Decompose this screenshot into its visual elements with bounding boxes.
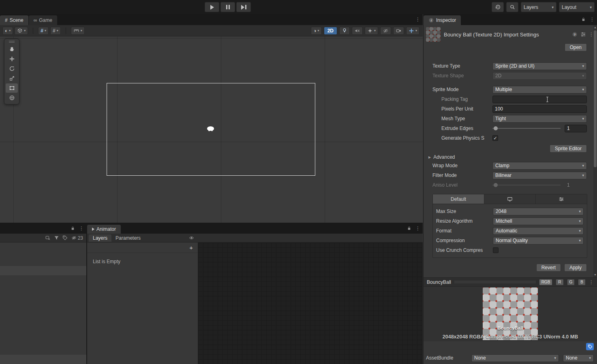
resize-algorithm-dropdown[interactable]: Mitchell ▾: [493, 217, 584, 225]
open-button[interactable]: Open: [565, 43, 587, 51]
crunch-checkbox[interactable]: [493, 247, 499, 253]
snap-settings-dropdown[interactable]: # ▾: [50, 27, 61, 35]
asset-label-button[interactable]: [586, 343, 594, 350]
pause-button[interactable]: [220, 2, 235, 12]
help-icon[interactable]: ?: [572, 32, 578, 37]
draw-mode-dropdown[interactable]: ◐ ▾: [2, 27, 13, 35]
channel-r-button[interactable]: R: [556, 279, 563, 285]
hand-tool[interactable]: [6, 45, 18, 54]
preview-header[interactable]: BouncyBall RGB R G B ⋮: [424, 277, 597, 287]
camera-settings-button[interactable]: [393, 27, 404, 35]
project-panel-body[interactable]: [0, 243, 86, 364]
measure-dropdown[interactable]: ▾: [71, 27, 85, 35]
search-button[interactable]: [506, 2, 518, 12]
caret-down-icon: ▾: [554, 356, 556, 360]
max-size-dropdown[interactable]: 2048 ▾: [493, 208, 584, 215]
presets-icon[interactable]: [580, 32, 586, 37]
unity-editor-window: Layers ▾ Layout ▾ # Scene ∞ Game ⋮: [0, 0, 597, 364]
inspector-lock-icon[interactable]: [581, 17, 586, 22]
undo-history-button[interactable]: [492, 2, 504, 12]
generate-physics-checkbox[interactable]: ✓: [492, 135, 498, 141]
list-row-highlight[interactable]: [0, 266, 86, 275]
layer-visibility-button[interactable]: [188, 235, 195, 241]
tab-animator[interactable]: Animator: [87, 225, 121, 234]
tab-layers[interactable]: Layers: [89, 234, 111, 242]
scroll-up-arrow[interactable]: ▲: [593, 26, 597, 30]
scroll-down-arrow[interactable]: ▼: [593, 273, 597, 277]
panel-lock-icon[interactable]: [71, 226, 75, 231]
shading-cube-dropdown[interactable]: ▾: [15, 27, 28, 35]
scene-viewport[interactable]: [0, 36, 423, 223]
channel-g-button[interactable]: G: [567, 279, 575, 285]
pixels-per-unit-row: Pixels Per Unit 100: [424, 104, 597, 114]
effects-dropdown[interactable]: ▾: [365, 27, 378, 35]
audio-toggle[interactable]: [352, 27, 363, 35]
ruler-icon: [73, 28, 79, 34]
move-tool[interactable]: [6, 54, 18, 64]
assetbundle-dropdown[interactable]: None ▾: [471, 354, 559, 362]
preview-drag-handle[interactable]: [454, 281, 536, 283]
animator-menu-icon[interactable]: ⋮: [415, 226, 420, 231]
scale-tool[interactable]: [6, 74, 18, 83]
channel-rgb-button[interactable]: RGB: [539, 279, 553, 285]
platform-tab-web[interactable]: [536, 194, 587, 204]
list-row-highlight[interactable]: [0, 355, 86, 364]
compression-dropdown[interactable]: Normal Quality ▾: [493, 237, 584, 245]
platform-tab-standalone[interactable]: [484, 194, 536, 204]
slider-knob[interactable]: [494, 126, 498, 130]
inspector-menu-icon[interactable]: ⋮: [590, 17, 595, 22]
filter-button[interactable]: [54, 235, 59, 241]
scrollbar-thumb[interactable]: [594, 30, 597, 167]
play-button[interactable]: [205, 2, 219, 12]
pixels-per-unit-input[interactable]: 100: [492, 105, 587, 113]
transform-tool[interactable]: [6, 93, 18, 102]
extrude-edges-input[interactable]: 1: [565, 125, 587, 132]
tab-parameters[interactable]: Parameters: [111, 234, 145, 242]
mesh-type-dropdown[interactable]: Tight ▾: [492, 115, 587, 123]
step-button[interactable]: [236, 2, 251, 12]
hidden-objects-toggle[interactable]: 23: [71, 235, 83, 241]
label-button[interactable]: [62, 235, 68, 241]
extrude-edges-slider[interactable]: [492, 128, 561, 129]
texture-type-dropdown[interactable]: Sprite (2D and UI) ▾: [492, 62, 587, 70]
packing-tag-input[interactable]: [492, 96, 587, 103]
assetbundle-variant-dropdown[interactable]: None ▾: [563, 354, 594, 362]
palette-drag-handle[interactable]: [9, 41, 15, 43]
animator-graph-canvas[interactable]: [198, 243, 423, 364]
scene-light-toggle[interactable]: [339, 27, 350, 35]
assetbundle-label: AssetBundle: [426, 355, 467, 361]
add-layer-button[interactable]: +: [189, 244, 193, 251]
platform-settings-box: Default Max Size 2048 ▾: [432, 194, 587, 258]
sprite-mode-dropdown[interactable]: Multiple ▾: [492, 86, 587, 94]
gizmos-dropdown[interactable]: ▾: [406, 27, 419, 35]
format-dropdown[interactable]: Automatic ▾: [493, 227, 584, 235]
rotate-tool[interactable]: [6, 64, 18, 73]
tab-scene[interactable]: # Scene: [0, 15, 29, 25]
sprite-editor-button[interactable]: Sprite Editor: [550, 145, 587, 153]
panel-menu-icon[interactable]: ⋮: [79, 226, 84, 231]
bouncy-ball-sprite[interactable]: [207, 126, 214, 131]
tab-inspector[interactable]: i Inspector: [424, 15, 461, 25]
wrap-mode-dropdown[interactable]: Clamp ▾: [492, 162, 587, 170]
layers-dropdown[interactable]: Layers ▾: [521, 2, 556, 12]
advanced-foldout[interactable]: ▶ Advanced: [424, 153, 597, 161]
channel-b-button[interactable]: B: [578, 279, 586, 285]
apply-button[interactable]: Apply: [564, 264, 587, 272]
game-icon: ∞: [34, 18, 37, 23]
pick-button[interactable]: [45, 235, 51, 241]
scene-lighting-dropdown[interactable]: ◑ ▾: [311, 27, 321, 35]
revert-button[interactable]: Revert: [536, 264, 561, 272]
scene-visibility-toggle[interactable]: [380, 27, 391, 35]
platform-tab-default[interactable]: Default: [433, 194, 484, 204]
inspector-scrollbar[interactable]: ▲ ▼: [593, 25, 597, 277]
2d-mode-toggle[interactable]: 2D: [324, 27, 337, 35]
filter-mode-dropdown[interactable]: Bilinear ▾: [492, 172, 587, 179]
layout-dropdown[interactable]: Layout ▾: [559, 2, 595, 12]
rect-tool[interactable]: [6, 83, 18, 93]
grid-visibility-dropdown[interactable]: # ▾: [38, 27, 49, 35]
scene-tab-menu-icon[interactable]: ⋮: [415, 17, 420, 22]
preview-area[interactable]: BouncyBall 2048x2048 RGBA Compressed DXT…: [424, 287, 597, 341]
animator-lock-icon[interactable]: [407, 226, 411, 231]
preview-menu-icon[interactable]: ⋮: [589, 279, 594, 285]
tab-game[interactable]: ∞ Game: [29, 15, 58, 25]
